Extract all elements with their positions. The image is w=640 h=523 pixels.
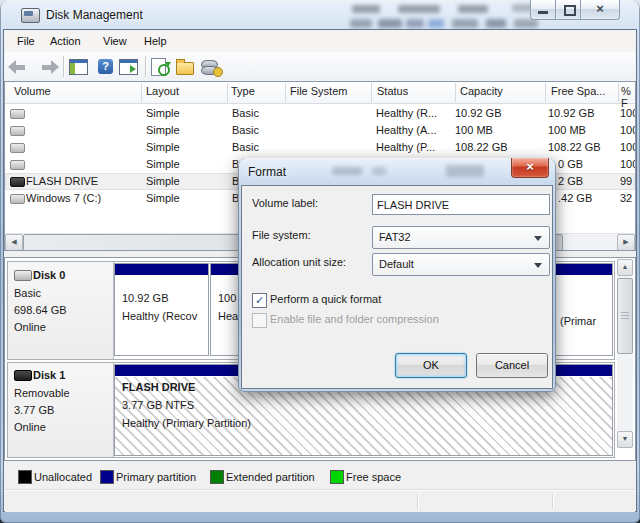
- column-separator[interactable]: [545, 83, 546, 102]
- chevron-down-icon: [534, 236, 542, 241]
- ok-button[interactable]: OK: [395, 353, 467, 378]
- disk-name: Disk 1: [33, 369, 65, 381]
- cancel-button[interactable]: Cancel: [476, 353, 548, 378]
- cell-type: Basic: [232, 141, 259, 153]
- dialog-close-button[interactable]: ×: [511, 158, 549, 178]
- dialog-title: Format: [248, 165, 286, 179]
- disk0-label-panel[interactable]: Disk 0 Basic 698.64 GB Online: [8, 262, 114, 359]
- cell-volume: FLASH DRIVE: [26, 175, 98, 187]
- drive-icon: [10, 143, 25, 153]
- col-file-system[interactable]: File System: [290, 85, 347, 97]
- maximize-button[interactable]: [555, 0, 582, 20]
- background-window-ghost: [452, 19, 478, 28]
- background-window-ghost: [398, 5, 440, 13]
- action-pane-button[interactable]: [117, 57, 141, 77]
- menu-view[interactable]: View: [99, 34, 131, 48]
- volume-label-input[interactable]: [372, 194, 550, 215]
- scroll-down-button[interactable]: ▼: [617, 431, 633, 448]
- disk-tools-button[interactable]: [199, 57, 223, 77]
- back-button[interactable]: [8, 57, 32, 77]
- compression-checkbox: [252, 313, 267, 328]
- background-window-ghost: [352, 5, 380, 13]
- cell-capacity: 100 MB: [455, 124, 493, 136]
- partition-size-fs: 3.77 GB NTFS: [122, 399, 194, 411]
- status-divider: [417, 494, 418, 509]
- menu-file[interactable]: File: [13, 34, 39, 48]
- toolbar-separator: [145, 56, 146, 77]
- legend-label: Unallocated: [34, 471, 92, 483]
- forward-icon: [51, 60, 59, 74]
- cell-status: Healthy (P...: [376, 141, 435, 153]
- scrollbar-thumb[interactable]: [617, 278, 633, 354]
- cell-pct-free: 100: [620, 141, 635, 153]
- menu-help[interactable]: Help: [140, 34, 171, 48]
- cell-volume: Windows 7 (C:): [26, 192, 101, 204]
- cell-free-space: 10.92 GB: [548, 107, 594, 119]
- column-separator[interactable]: [285, 83, 286, 102]
- file-system-value: FAT32: [379, 231, 411, 243]
- partition-label: FLASH DRIVE: [122, 381, 195, 393]
- partition-size: 10.92 GB: [122, 292, 168, 304]
- console-tree-icon: [69, 59, 88, 75]
- disk1-label-panel[interactable]: Disk 1 Removable 3.77 GB Online: [8, 363, 114, 457]
- cell-free-space: .42 GB: [558, 192, 592, 204]
- table-row[interactable]: Simple Basic Healthy (A... 100 MB 100 MB…: [5, 122, 635, 139]
- column-separator[interactable]: [227, 83, 228, 102]
- disk0-partition-1[interactable]: 10.92 GB Healthy (Recov: [115, 264, 208, 355]
- allocation-select[interactable]: Default: [372, 253, 550, 276]
- cell-pct-free: 100: [620, 107, 635, 119]
- col-type[interactable]: Type: [231, 85, 255, 97]
- table-row[interactable]: Simple Basic Healthy (R... 10.92 GB 10.9…: [5, 105, 635, 122]
- refresh-icon: [151, 58, 166, 76]
- col-layout[interactable]: Layout: [146, 85, 179, 97]
- properties-button[interactable]: [174, 57, 198, 77]
- column-separator[interactable]: [618, 83, 619, 102]
- minimize-button[interactable]: [530, 0, 557, 20]
- col-status[interactable]: Status: [377, 85, 408, 97]
- partition-body: 10.92 GB Healthy (Recov: [115, 275, 208, 355]
- title-bar[interactable]: Disk Management ×: [0, 0, 640, 30]
- forward-button[interactable]: [35, 57, 59, 77]
- background-window-ghost: [378, 19, 402, 28]
- minimize-icon: [538, 11, 548, 14]
- scroll-left-button[interactable]: ◀: [5, 234, 23, 250]
- forward-icon-tail: [42, 65, 51, 70]
- close-button[interactable]: ×: [580, 0, 620, 20]
- background-window-ghost: [350, 19, 372, 28]
- vertical-scrollbar[interactable]: ▲ ▼: [617, 259, 633, 447]
- column-separator[interactable]: [455, 83, 456, 102]
- volume-label-label: Volume label:: [252, 197, 318, 209]
- scroll-right-button[interactable]: ▶: [617, 234, 635, 250]
- status-divider: [552, 494, 553, 509]
- menu-action[interactable]: Action: [46, 34, 85, 48]
- col-capacity[interactable]: Capacity: [460, 85, 503, 97]
- refresh-button[interactable]: [149, 57, 173, 77]
- cell-type: Basic: [232, 124, 259, 136]
- partition-status: Healthy (Recov: [122, 310, 197, 322]
- column-separator[interactable]: [141, 83, 142, 102]
- background-window-ghost: [486, 19, 506, 28]
- legend-swatch-free: [330, 470, 344, 484]
- file-system-select[interactable]: FAT32: [372, 226, 550, 249]
- disk-status: Online: [14, 421, 46, 433]
- cell-type: Basic: [232, 107, 259, 119]
- legend-label: Primary partition: [116, 471, 196, 483]
- table-row[interactable]: Simple Basic Healthy (P... 108.22 GB 108…: [5, 139, 635, 156]
- quick-format-checkbox[interactable]: ✓: [252, 293, 267, 308]
- background-window-ghost: [514, 19, 538, 28]
- console-tree-button[interactable]: [67, 57, 91, 77]
- column-separator[interactable]: [371, 83, 372, 102]
- cell-layout: Simple: [146, 141, 180, 153]
- cell-free-space: 2 GB: [558, 175, 583, 187]
- chevron-down-icon: [534, 263, 542, 268]
- glass-ghost: [446, 165, 484, 177]
- col-volume[interactable]: Volume: [14, 85, 51, 97]
- gear-icon: [213, 67, 223, 77]
- glass-ghost: [332, 167, 362, 175]
- cell-pct-free: 100: [620, 124, 635, 136]
- col-free-space[interactable]: Free Spa...: [551, 85, 605, 97]
- primary-partition-bar: [115, 264, 208, 275]
- status-bar: [5, 490, 635, 512]
- scroll-up-button[interactable]: ▲: [617, 259, 633, 276]
- close-icon: ×: [581, 1, 619, 16]
